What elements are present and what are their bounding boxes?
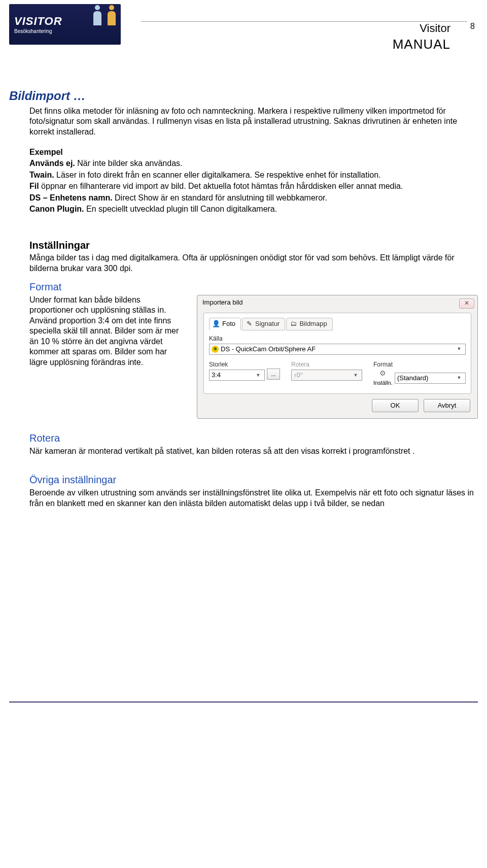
footer-rule [9, 702, 478, 703]
item-canon: Canon Plugin. En speciellt utvecklad plu… [29, 204, 478, 214]
chevron-down-icon: ▼ [254, 373, 262, 379]
heading-format: Format [29, 281, 478, 294]
dialog-tabs: 👤 Foto ✎ Signatur 🗂 Bildmapp [209, 317, 466, 330]
chevron-down-icon: ▼ [455, 375, 463, 381]
page-header: VISITOR Besökshantering 8 Visitor MANUAL [9, 0, 478, 53]
logo-subtitle: Besökshantering [14, 28, 62, 35]
tab-foto[interactable]: 👤 Foto [209, 318, 241, 330]
heading-installningar: Inställningar [29, 239, 478, 252]
logo-people-icon [91, 5, 118, 36]
combo-storlek[interactable]: 3:4 ▼ [209, 370, 265, 381]
close-icon[interactable]: ✕ [459, 298, 474, 309]
header-visitor-label: Visitor [420, 21, 450, 36]
chevron-down-icon: ▼ [352, 373, 360, 379]
heading-rotera: Rotera [29, 432, 478, 445]
tab-signatur[interactable]: ✎ Signatur [242, 318, 285, 330]
logo: VISITOR Besökshantering [9, 4, 121, 45]
browse-button[interactable]: ... [267, 369, 280, 380]
paragraph-rotera: När kameran är monterad vertikalt på sta… [29, 446, 478, 456]
gear-icon: ⚙ [378, 369, 388, 379]
combo-kalla[interactable]: ✱ DS - QuickCam Orbit/Sphere AF ▼ [209, 344, 466, 355]
combo-rotera: ↑ 0° ▼ [291, 370, 362, 381]
intro-paragraph: Det finns olika metoder för inläsning av… [29, 106, 478, 137]
tab-bildmapp[interactable]: 🗂 Bildmapp [286, 318, 332, 330]
heading-ovriga: Övriga inställningar [29, 474, 478, 487]
paragraph-installningar: Många bilder tas i dag med digitalkamera… [29, 253, 478, 274]
item-fil: Fil öppnar en filhanterare vid import av… [29, 181, 478, 191]
logo-title: VISITOR [14, 14, 62, 28]
settings-button[interactable]: ⚙ Inställn. [373, 369, 393, 386]
import-image-dialog: Importera bild ✕ 👤 Foto ✎ Signatur 🗂 Bil [197, 295, 478, 419]
item-twain: Twain. Läser in foto direkt från en scan… [29, 170, 478, 180]
label-storlek: Storlek [209, 361, 280, 369]
combo-format[interactable]: (Standard) ▼ [395, 373, 466, 384]
page-number: 8 [470, 21, 475, 31]
header-manual-label: MANUAL [393, 36, 450, 53]
label-kalla: Källa [209, 335, 466, 343]
item-ds: DS – Enhetens namn. Direct Show är en st… [29, 193, 478, 203]
chevron-down-icon: ▼ [455, 346, 463, 352]
ds-icon: ✱ [212, 346, 219, 353]
ok-button[interactable]: OK [372, 399, 419, 412]
folder-icon: 🗂 [290, 320, 297, 327]
item-anvands-ej: Används ej. När inte bilder ska användas… [29, 158, 478, 169]
paragraph-ovriga: Beroende av vilken utrustning som använd… [29, 488, 478, 509]
dialog-title: Importera bild [202, 298, 242, 307]
signature-icon: ✎ [246, 320, 253, 327]
label-exempel: Exempel [29, 147, 478, 157]
label-rotera: Rotera [291, 361, 362, 369]
label-format: Format [373, 361, 466, 369]
heading-bildimport: Bildimport … [9, 88, 478, 104]
paragraph-format: Under format kan både bildens proportion… [29, 295, 182, 368]
cancel-button[interactable]: Avbryt [424, 399, 470, 412]
person-icon: 👤 [213, 320, 220, 327]
